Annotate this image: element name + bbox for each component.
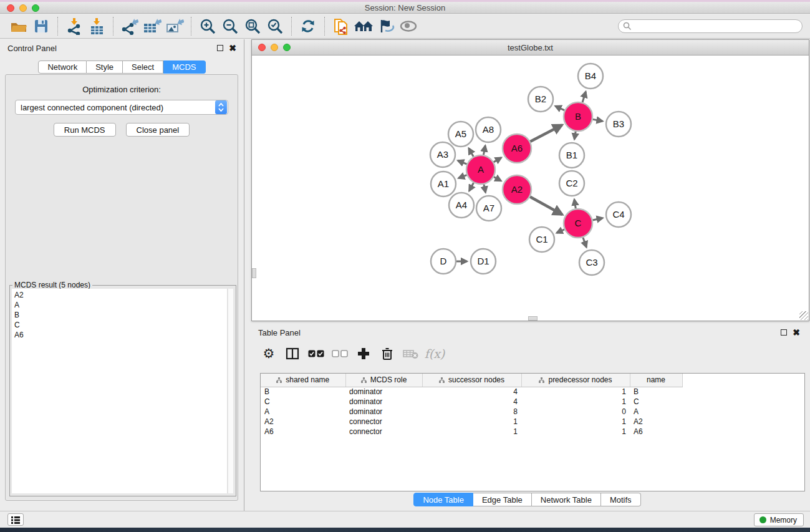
node-B3[interactable]: B3 bbox=[606, 112, 631, 137]
search-input[interactable] bbox=[618, 19, 803, 33]
node-C3[interactable]: C3 bbox=[579, 250, 604, 275]
tab-network-table[interactable]: Network Table bbox=[532, 493, 601, 506]
criterion-dropdown[interactable]: largest connected component (directed) bbox=[15, 100, 228, 115]
export-table-button[interactable] bbox=[141, 16, 163, 36]
node-B4[interactable]: B4 bbox=[578, 64, 603, 89]
edge-B-B4[interactable] bbox=[582, 92, 586, 102]
vertical-scrollbar-grip[interactable] bbox=[252, 268, 256, 278]
edge-B-B3[interactable] bbox=[593, 119, 603, 121]
result-list-item[interactable]: A bbox=[14, 300, 227, 310]
edge-A-A5[interactable] bbox=[469, 148, 474, 157]
zoom-fit-button[interactable] bbox=[241, 16, 264, 36]
table-settings-button[interactable]: ⚙ bbox=[257, 343, 281, 364]
save-session-button[interactable] bbox=[30, 16, 52, 36]
select-all-button[interactable] bbox=[304, 343, 328, 364]
edge-A-A8[interactable] bbox=[483, 146, 485, 155]
tab-style[interactable]: Style bbox=[87, 60, 123, 74]
tab-network[interactable]: Network bbox=[38, 60, 87, 74]
tab-mcds[interactable]: MCDS bbox=[163, 60, 205, 74]
edge-C-C1[interactable] bbox=[557, 230, 564, 233]
memory-button[interactable]: Memory bbox=[754, 513, 804, 526]
table-row[interactable]: Adominator80A bbox=[261, 407, 682, 417]
node-A5[interactable]: A5 bbox=[448, 122, 473, 147]
import-network-button[interactable] bbox=[63, 16, 85, 36]
close-panel-button[interactable]: Close panel bbox=[126, 123, 190, 137]
export-image-button[interactable] bbox=[163, 16, 186, 36]
tab-node-table[interactable]: Node Table bbox=[413, 493, 473, 506]
edge-A-A1[interactable] bbox=[458, 175, 466, 178]
node-C4[interactable]: C4 bbox=[606, 202, 631, 227]
node-A[interactable]: A bbox=[466, 155, 495, 184]
flag-button[interactable] bbox=[375, 16, 397, 36]
table-row[interactable]: Bdominator41B bbox=[261, 387, 682, 397]
node-A3[interactable]: A3 bbox=[430, 142, 455, 167]
add-column-button[interactable] bbox=[352, 343, 375, 364]
task-history-button[interactable] bbox=[7, 513, 24, 526]
edge-A-A3[interactable] bbox=[458, 161, 466, 165]
result-list-item[interactable]: B bbox=[14, 310, 227, 320]
column-header-predecessor-nodes[interactable]: predecessor nodes bbox=[521, 374, 630, 387]
refresh-button[interactable] bbox=[297, 16, 319, 36]
node-B[interactable]: B bbox=[564, 102, 592, 131]
node-A2[interactable]: A2 bbox=[503, 175, 531, 204]
node-C2[interactable]: C2 bbox=[559, 171, 584, 196]
column-header-successor-nodes[interactable]: successor nodes bbox=[422, 374, 521, 387]
node-A7[interactable]: A7 bbox=[476, 196, 501, 221]
main-titlebar[interactable]: Session: New Session bbox=[0, 2, 810, 14]
mcds-result-list[interactable]: A2ABCA6 bbox=[12, 289, 228, 493]
delete-column-button[interactable] bbox=[375, 343, 399, 364]
node-D1[interactable]: D1 bbox=[471, 249, 496, 274]
node-A4[interactable]: A4 bbox=[449, 193, 474, 218]
import-table-button[interactable] bbox=[85, 16, 108, 36]
deselect-all-button[interactable] bbox=[328, 343, 352, 364]
edge-B-B1[interactable] bbox=[574, 132, 576, 140]
resize-grip-icon[interactable] bbox=[799, 311, 808, 320]
close-panel-icon[interactable]: ✖ bbox=[229, 45, 236, 51]
column-header-MCDS-role[interactable]: MCDS role bbox=[345, 374, 422, 387]
table-row[interactable]: A2connector11A2 bbox=[261, 417, 682, 427]
houses-button[interactable] bbox=[352, 16, 375, 36]
node-A6[interactable]: A6 bbox=[503, 134, 531, 163]
zoom-selected-button[interactable] bbox=[264, 16, 286, 36]
column-header-name[interactable]: name bbox=[630, 374, 682, 387]
network-canvas[interactable]: B4B2BB3B1A5A8A6A3AA1A4A7A2C2CC4C1C3DD1 bbox=[252, 56, 809, 321]
result-list-item[interactable]: A2 bbox=[14, 290, 227, 300]
node-A1[interactable]: A1 bbox=[431, 172, 456, 196]
edge-B-B2[interactable] bbox=[556, 106, 565, 110]
show-columns-button[interactable] bbox=[281, 343, 304, 364]
edge-A-A6[interactable] bbox=[494, 158, 501, 162]
eye-button[interactable] bbox=[397, 16, 420, 36]
open-file-button[interactable] bbox=[7, 16, 30, 36]
zoom-in-button[interactable] bbox=[196, 16, 219, 36]
result-list-item[interactable]: A6 bbox=[14, 330, 227, 340]
tab-select[interactable]: Select bbox=[123, 60, 163, 74]
export-network-button[interactable] bbox=[118, 16, 141, 36]
node-C[interactable]: C bbox=[564, 209, 592, 238]
network-document-share-button[interactable] bbox=[330, 16, 352, 36]
edge-A2-C[interactable] bbox=[530, 197, 562, 215]
node-B1[interactable]: B1 bbox=[559, 143, 584, 168]
node-A8[interactable]: A8 bbox=[476, 117, 501, 142]
float-panel-icon[interactable] bbox=[217, 45, 223, 51]
zoom-out-button[interactable] bbox=[219, 16, 241, 36]
node-C1[interactable]: C1 bbox=[529, 227, 554, 252]
edge-C-C4[interactable] bbox=[592, 218, 602, 220]
tab-edge-table[interactable]: Edge Table bbox=[473, 493, 532, 506]
node-B2[interactable]: B2 bbox=[528, 87, 553, 112]
tab-motifs[interactable]: Motifs bbox=[601, 493, 641, 506]
table-row[interactable]: Cdominator41C bbox=[261, 397, 682, 407]
result-scrollbar[interactable] bbox=[228, 289, 233, 493]
edge-A-A2[interactable] bbox=[494, 177, 501, 181]
network-window-titlebar[interactable]: testGlobe.txt bbox=[252, 40, 809, 56]
horizontal-scrollbar-grip[interactable] bbox=[528, 316, 538, 321]
run-mcds-button[interactable]: Run MCDS bbox=[54, 123, 116, 137]
float-table-panel-icon[interactable] bbox=[781, 329, 787, 336]
edge-C-C2[interactable] bbox=[574, 200, 576, 209]
node-D[interactable]: D bbox=[431, 249, 456, 274]
table-row[interactable]: A6connector11A6 bbox=[261, 427, 682, 437]
edge-A-A7[interactable] bbox=[484, 184, 486, 192]
close-table-panel-icon[interactable]: ✖ bbox=[793, 329, 800, 336]
column-header-shared-name[interactable]: shared name bbox=[261, 374, 345, 387]
edge-A-A4[interactable] bbox=[469, 183, 473, 191]
result-list-item[interactable]: C bbox=[14, 320, 227, 330]
